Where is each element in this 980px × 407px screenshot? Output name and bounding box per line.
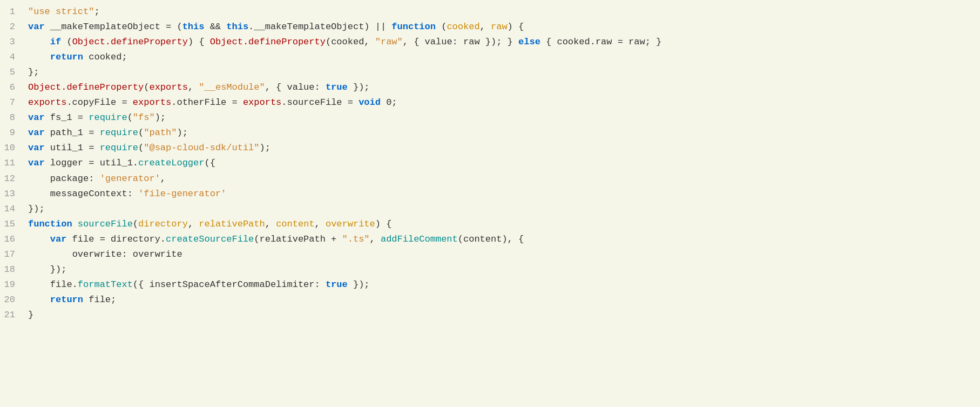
line-number: 14 bbox=[0, 202, 28, 217]
code-line: 14}); bbox=[0, 202, 980, 217]
line-content: var file = directory.createSourceFile(re… bbox=[28, 232, 971, 247]
line-number: 5 bbox=[0, 65, 28, 80]
line-number: 7 bbox=[0, 95, 28, 110]
code-line: 18 }); bbox=[0, 262, 980, 277]
line-number: 10 bbox=[0, 141, 28, 156]
line-content: var path_1 = require("path"); bbox=[28, 125, 971, 141]
code-line: 19 file.formatText({ insertSpaceAfterCom… bbox=[0, 277, 980, 292]
code-line: 4 return cooked; bbox=[0, 50, 980, 65]
line-content: }); bbox=[28, 262, 971, 277]
line-number: 17 bbox=[0, 247, 28, 262]
code-editor: 1"use strict";2var __makeTemplateObject … bbox=[0, 0, 980, 407]
line-content: file.formatText({ insertSpaceAfterCommaD… bbox=[28, 277, 971, 292]
line-content: function sourceFile(directory, relativeP… bbox=[28, 217, 971, 232]
line-content: overwrite: overwrite bbox=[28, 247, 971, 262]
line-number: 16 bbox=[0, 232, 28, 247]
line-number: 18 bbox=[0, 262, 28, 277]
line-content: var fs_1 = require("fs"); bbox=[28, 110, 971, 125]
code-line: 2var __makeTemplateObject = (this && thi… bbox=[0, 19, 980, 35]
code-line: 13 messageContext: 'file-generator' bbox=[0, 186, 980, 202]
line-content: package: 'generator', bbox=[28, 171, 971, 186]
line-number: 19 bbox=[0, 277, 28, 292]
code-line: 9var path_1 = require("path"); bbox=[0, 125, 980, 141]
line-content: exports.copyFile = exports.otherFile = e… bbox=[28, 95, 971, 110]
code-line: 20 return file; bbox=[0, 292, 980, 308]
code-line: 10var util_1 = require("@sap-cloud-sdk/u… bbox=[0, 141, 980, 156]
code-line: 17 overwrite: overwrite bbox=[0, 247, 980, 262]
code-line: 12 package: 'generator', bbox=[0, 171, 980, 186]
line-content: } bbox=[28, 308, 971, 323]
code-line: 11var logger = util_1.createLogger({ bbox=[0, 156, 980, 171]
line-number: 9 bbox=[0, 125, 28, 141]
line-content: var __makeTemplateObject = (this && this… bbox=[28, 19, 971, 35]
line-content: var util_1 = require("@sap-cloud-sdk/uti… bbox=[28, 141, 971, 156]
line-number: 15 bbox=[0, 217, 28, 232]
line-content: var logger = util_1.createLogger({ bbox=[28, 156, 971, 171]
code-line: 21} bbox=[0, 308, 980, 323]
line-content: "use strict"; bbox=[28, 4, 971, 19]
line-content: return cooked; bbox=[28, 50, 971, 65]
line-number: 4 bbox=[0, 50, 28, 65]
code-line: 7exports.copyFile = exports.otherFile = … bbox=[0, 95, 980, 110]
code-line: 16 var file = directory.createSourceFile… bbox=[0, 232, 980, 247]
line-content: return file; bbox=[28, 292, 971, 308]
line-number: 12 bbox=[0, 171, 28, 186]
line-content: }); bbox=[28, 202, 971, 217]
line-number: 21 bbox=[0, 308, 28, 323]
line-number: 8 bbox=[0, 110, 28, 125]
code-line: 5}; bbox=[0, 65, 980, 80]
code-line: 1"use strict"; bbox=[0, 4, 980, 19]
line-number: 11 bbox=[0, 156, 28, 171]
line-content: }; bbox=[28, 65, 971, 80]
line-number: 20 bbox=[0, 292, 28, 308]
line-number: 13 bbox=[0, 186, 28, 202]
line-content: if (Object.defineProperty) { Object.defi… bbox=[28, 35, 971, 50]
code-line: 3 if (Object.defineProperty) { Object.de… bbox=[0, 35, 980, 50]
line-content: Object.defineProperty(exports, "__esModu… bbox=[28, 80, 971, 95]
code-line: 8var fs_1 = require("fs"); bbox=[0, 110, 980, 125]
line-number: 2 bbox=[0, 19, 28, 35]
line-number: 3 bbox=[0, 35, 28, 50]
code-line: 6Object.defineProperty(exports, "__esMod… bbox=[0, 80, 980, 95]
line-number: 1 bbox=[0, 4, 28, 19]
code-line: 15function sourceFile(directory, relativ… bbox=[0, 217, 980, 232]
line-number: 6 bbox=[0, 80, 28, 95]
line-content: messageContext: 'file-generator' bbox=[28, 186, 971, 202]
